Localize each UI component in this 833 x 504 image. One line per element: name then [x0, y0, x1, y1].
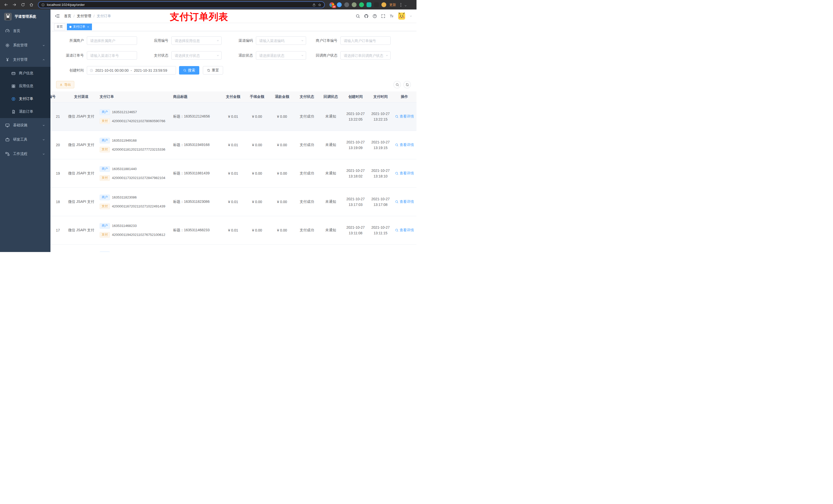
sidebar-item-refund-order[interactable]: 退款订单 — [0, 105, 50, 118]
app-no-filter-select[interactable] — [171, 37, 221, 45]
site-info-icon[interactable] — [41, 3, 45, 7]
sidebar-item-home[interactable]: 首页 — [0, 24, 50, 38]
sidebar-item-label: 退款订单 — [19, 110, 33, 114]
breadcrumb-home[interactable]: 首页 — [64, 14, 71, 19]
merchant-tag: 商户 — [100, 251, 110, 252]
cell-actions: 查看详情 — [392, 228, 416, 233]
create-time-range-picker[interactable]: 2021-10-01 00:00:00 - 2021-10-31 23:59:5… — [87, 66, 176, 74]
merchant-tag: 商户 — [100, 110, 110, 115]
sidebar-item-system[interactable]: 系统管理 — [0, 38, 50, 52]
sidebar-item-label: 工作流程 — [13, 152, 27, 156]
extension-icon[interactable] — [352, 2, 357, 7]
filter-label: 支付状态 — [138, 53, 171, 58]
browser-menu-icon[interactable] — [398, 2, 403, 7]
cell-title: 标题：1635311881439 — [170, 171, 221, 176]
refund-status-select[interactable] — [256, 51, 306, 60]
avatar-caret-down-icon[interactable] — [409, 15, 412, 18]
extension-tray: 10 — [329, 2, 386, 7]
cell-create-time: 2021-10-27 13:22:05 — [342, 111, 368, 122]
cell-actions: 查看详情 — [392, 143, 416, 147]
browser-reload-button[interactable] — [20, 1, 26, 8]
refund-status-filter — [256, 51, 306, 60]
notify-status-select[interactable] — [340, 51, 390, 60]
font-size-icon[interactable] — [389, 14, 394, 19]
view-detail-link[interactable]: 查看详情 — [395, 114, 414, 119]
merchant-filter-input[interactable] — [87, 37, 137, 45]
browser-forward-button[interactable] — [11, 1, 18, 8]
close-icon[interactable] — [87, 26, 89, 28]
extension-icon[interactable] — [337, 2, 342, 7]
cell-create-time: 2021-10-27 13:11:08 — [342, 224, 368, 236]
pay-order-no: 4200001194202110276752100612 — [112, 233, 165, 237]
extension-icon[interactable] — [381, 2, 386, 7]
sidebar-item-pay-order[interactable]: 支付订单 — [0, 93, 50, 105]
browser-back-button[interactable] — [3, 1, 9, 8]
cell-fee: ¥ 0.00 — [245, 171, 269, 175]
github-icon[interactable] — [364, 14, 368, 19]
extension-icon[interactable] — [344, 2, 349, 7]
tab-home[interactable]: 首页 — [54, 24, 65, 30]
extension-icon[interactable]: 10 — [329, 2, 334, 7]
clock-icon — [90, 69, 93, 72]
logo-avatar-icon — [4, 13, 12, 21]
cell-id: 21 — [50, 115, 65, 119]
extension-icon[interactable] — [366, 2, 372, 7]
arrow-left-icon — [4, 3, 8, 7]
breadcrumb-pay-mgmt[interactable]: 支付管理 — [77, 14, 91, 19]
sidebar-fold-icon[interactable] — [54, 13, 60, 19]
cell-amount: ¥ 0.01 — [221, 200, 245, 204]
notify-status-filter — [340, 51, 390, 60]
search-icon — [395, 200, 399, 203]
sidebar-item-dev-tools[interactable]: 研发工具 — [0, 133, 50, 147]
url-text[interactable]: localhost:1024/pay/order — [47, 3, 310, 7]
cell-status: 支付成功 — [295, 228, 319, 233]
pay-status-select[interactable] — [171, 51, 221, 60]
app-logo[interactable]: 芋道管理系统 — [0, 9, 50, 24]
sidebar-item-merchant-info[interactable]: 商户信息 — [0, 67, 50, 80]
sidebar: 芋道管理系统 首页 系统管理 支付管理 商户信息 应用信息 支付订单 退款订单 — [0, 9, 50, 252]
monitor-icon — [5, 123, 10, 127]
cell-status: 支付成功 — [295, 143, 319, 147]
search-button[interactable]: 搜索 — [179, 66, 199, 74]
share-icon[interactable] — [312, 3, 316, 7]
extension-icon[interactable] — [359, 2, 364, 7]
browser-home-button[interactable] — [28, 1, 35, 8]
tab-pay-order[interactable]: 支付订单 — [67, 24, 92, 30]
view-detail-link[interactable]: 查看详情 — [395, 143, 414, 147]
cell-notify: 未通知 — [319, 171, 342, 176]
breadcrumb: 首页 / 支付管理 / 支付订单 — [64, 14, 111, 19]
refresh-table-button[interactable] — [403, 81, 411, 88]
pay-tag: 支付 — [100, 175, 110, 181]
sidebar-item-workflow[interactable]: 工作流程 — [0, 147, 50, 161]
sidebar-item-label: 商户信息 — [19, 71, 33, 75]
merchant-order-no-input[interactable] — [340, 37, 390, 45]
search-icon[interactable] — [356, 14, 360, 19]
table-row: 20 微信 JSAPI 支付 商户 1635311949168 支付 42000… — [50, 131, 416, 159]
cell-notify: 未通知 — [319, 143, 342, 147]
filter-label: 渠道编码 — [222, 39, 256, 43]
pay-order-no: 4200001174202110278060590766 — [112, 119, 165, 123]
col-header-status: 支付状态 — [295, 95, 319, 99]
browser-chevron-down-icon[interactable] — [404, 4, 407, 7]
export-button[interactable]: 导出 — [56, 81, 74, 88]
address-bar[interactable]: localhost:1024/pay/order — [38, 1, 325, 8]
sidebar-item-payment[interactable]: 支付管理 — [0, 52, 50, 67]
pay-tag: 支付 — [100, 118, 110, 124]
channel-code-filter-select[interactable] — [256, 37, 306, 45]
channel-order-no-input[interactable] — [87, 51, 137, 60]
extension-icon[interactable] — [374, 2, 379, 7]
view-detail-link[interactable]: 查看详情 — [395, 199, 414, 204]
cell-create-time: 2021-10-27 13:19:09 — [342, 139, 368, 150]
sidebar-item-infrastructure[interactable]: 基础设施 — [0, 118, 50, 133]
sidebar-item-app-info[interactable]: 应用信息 — [0, 80, 50, 93]
toggle-search-button[interactable] — [394, 81, 401, 88]
view-detail-link[interactable]: 查看详情 — [395, 171, 414, 176]
view-detail-link[interactable]: 查看详情 — [395, 228, 414, 233]
browser-update-button[interactable]: 更新 — [389, 3, 396, 7]
reset-button[interactable]: 重置 — [203, 66, 223, 74]
fullscreen-icon[interactable] — [381, 14, 385, 19]
bookmark-star-icon[interactable] — [318, 3, 322, 7]
help-icon[interactable] — [373, 14, 377, 19]
cell-pay-time: 2021-10-27 13:19:15 — [368, 139, 392, 150]
user-avatar[interactable] — [398, 12, 405, 20]
